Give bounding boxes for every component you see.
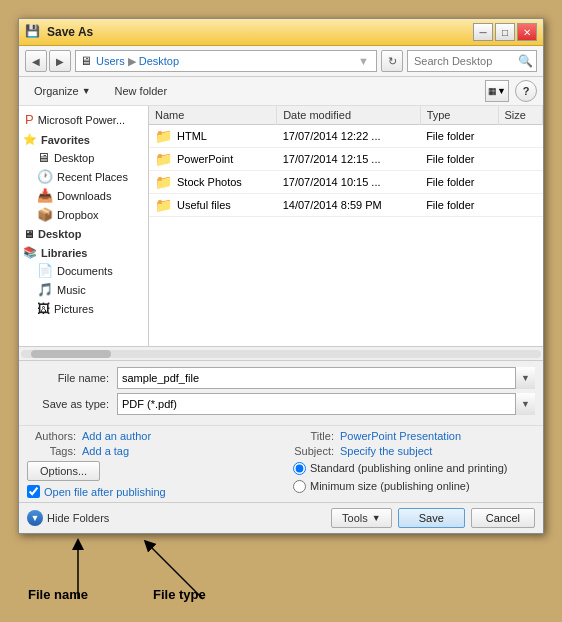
column-header-type[interactable]: Type: [420, 106, 498, 125]
column-header-date[interactable]: Date modified: [277, 106, 420, 125]
breadcrumb-desktop[interactable]: Desktop: [139, 55, 179, 67]
refresh-button[interactable]: ↻: [381, 50, 403, 72]
breadcrumb-users[interactable]: Users: [96, 55, 125, 67]
minimize-button[interactable]: ─: [473, 23, 493, 41]
organize-label: Organize: [34, 85, 79, 97]
file-name-label: File name:: [27, 372, 117, 384]
minimum-radio[interactable]: [293, 480, 306, 493]
open-after-text: Open file after publishing: [44, 486, 166, 498]
sidebar-section-favorites[interactable]: ⭐ Favorites: [19, 129, 148, 148]
table-row[interactable]: 📁Useful files 14/07/2014 8:59 PM File fo…: [149, 194, 543, 217]
help-button[interactable]: ?: [515, 80, 537, 102]
save-as-type-select[interactable]: PDF (*.pdf): [117, 393, 535, 415]
horizontal-scrollbar[interactable]: [19, 346, 543, 360]
save-button[interactable]: Save: [398, 508, 465, 528]
sidebar-item-dropbox[interactable]: 📦 Dropbox: [19, 205, 148, 224]
sidebar-item-label: Dropbox: [57, 209, 99, 221]
file-type-cell: File folder: [420, 194, 498, 217]
breadcrumb: 🖥 Users ▶ Desktop ▼: [75, 50, 377, 72]
file-date-cell: 17/07/2014 12:15 ...: [277, 148, 420, 171]
annotation-file-name: File name: [28, 587, 88, 602]
sidebar-item-desktop[interactable]: 🖥 Desktop: [19, 148, 148, 167]
meta-right: Title: PowerPoint Presentation Subject: …: [277, 430, 535, 498]
file-table: Name Date modified Type Size 📁HTML 17/07…: [149, 106, 543, 217]
sidebar-item-label: Music: [57, 284, 86, 296]
tools-button[interactable]: Tools ▼: [331, 508, 392, 528]
pictures-icon: 🖼: [37, 301, 50, 316]
authors-input[interactable]: Add an author: [82, 430, 151, 442]
authors-label: Authors:: [27, 430, 82, 442]
music-icon: 🎵: [37, 282, 53, 297]
open-after-label[interactable]: Open file after publishing: [27, 485, 277, 498]
sidebar-item-pictures[interactable]: 🖼 Pictures: [19, 299, 148, 318]
file-name-input[interactable]: [117, 367, 535, 389]
column-header-name[interactable]: Name: [149, 106, 277, 125]
file-name-cell: HTML: [177, 130, 207, 142]
sidebar-item-documents[interactable]: 📄 Documents: [19, 261, 148, 280]
options-row: Options...: [27, 461, 277, 481]
minimum-option[interactable]: Minimum size (publishing online): [293, 479, 535, 493]
file-size-cell: [498, 194, 542, 217]
forward-button[interactable]: ▶: [49, 50, 71, 72]
sidebar-section-libraries[interactable]: 📚 Libraries: [19, 242, 148, 261]
view-icon: ▦▼: [488, 86, 506, 96]
open-after-checkbox[interactable]: [27, 485, 40, 498]
maximize-button[interactable]: □: [495, 23, 515, 41]
subject-meta-value[interactable]: Specify the subject: [340, 445, 432, 457]
options-button[interactable]: Options...: [27, 461, 100, 481]
standard-radio[interactable]: [293, 462, 306, 475]
tags-input[interactable]: Add a tag: [82, 445, 129, 457]
title-meta-value[interactable]: PowerPoint Presentation: [340, 430, 461, 442]
file-name-row: File name: ▼: [27, 367, 535, 389]
new-folder-button[interactable]: New folder: [106, 81, 177, 101]
scroll-thumb[interactable]: [31, 350, 111, 358]
title-bar: 💾 Save As ─ □ ✕: [19, 19, 543, 46]
column-header-size[interactable]: Size: [498, 106, 542, 125]
desktop2-icon: 🖥: [23, 228, 34, 240]
open-after-row: Open file after publishing: [27, 485, 277, 498]
ppt-icon: P: [25, 112, 34, 127]
table-row[interactable]: 📁PowerPoint 17/07/2014 12:15 ... File fo…: [149, 148, 543, 171]
toolbar: Organize ▼ New folder ▦▼ ?: [19, 77, 543, 106]
sidebar-item-label: Recent Places: [57, 171, 128, 183]
dialog-title: Save As: [47, 25, 93, 39]
title-bar-left: 💾 Save As: [25, 24, 93, 40]
sidebar-item-label: Pictures: [54, 303, 94, 315]
search-icon[interactable]: 🔍: [518, 54, 533, 68]
organize-button[interactable]: Organize ▼: [25, 81, 100, 101]
publish-options: Standard (publishing online and printing…: [285, 461, 535, 494]
file-form-area: File name: ▼ Save as type: PDF (*.pdf) ▼: [19, 360, 543, 425]
file-date-cell: 14/07/2014 8:59 PM: [277, 194, 420, 217]
file-size-cell: [498, 171, 542, 194]
table-row[interactable]: 📁HTML 17/07/2014 12:22 ... File folder: [149, 125, 543, 148]
table-row[interactable]: 📁Stock Photos 17/07/2014 10:15 ... File …: [149, 171, 543, 194]
sidebar-item-microsoft-power[interactable]: P Microsoft Power...: [19, 110, 148, 129]
left-panel: P Microsoft Power... ⭐ Favorites 🖥 Deskt…: [19, 106, 149, 346]
nav-arrows: ◀ ▶: [25, 50, 71, 72]
file-name-input-wrapper: ▼: [117, 367, 535, 389]
dropbox-icon: 📦: [37, 207, 53, 222]
subject-meta-label: Subject:: [285, 445, 340, 457]
sidebar-item-recent-places[interactable]: 🕐 Recent Places: [19, 167, 148, 186]
sidebar-item-desktop2[interactable]: 🖥 Desktop: [19, 224, 148, 242]
back-button[interactable]: ◀: [25, 50, 47, 72]
new-folder-label: New folder: [115, 85, 168, 97]
annotation-arrows: [18, 534, 544, 604]
meta-left: Authors: Add an author Tags: Add a tag O…: [27, 430, 277, 498]
minimum-label: Minimum size (publishing online): [310, 479, 470, 493]
sidebar-item-downloads[interactable]: 📥 Downloads: [19, 186, 148, 205]
save-as-type-row: Save as type: PDF (*.pdf) ▼: [27, 393, 535, 415]
close-button[interactable]: ✕: [517, 23, 537, 41]
cancel-button[interactable]: Cancel: [471, 508, 535, 528]
main-area: P Microsoft Power... ⭐ Favorites 🖥 Deskt…: [19, 106, 543, 346]
libraries-icon: 📚: [23, 246, 37, 259]
metadata-area: Authors: Add an author Tags: Add a tag O…: [19, 425, 543, 502]
sidebar-item-music[interactable]: 🎵 Music: [19, 280, 148, 299]
file-size-cell: [498, 125, 542, 148]
standard-option[interactable]: Standard (publishing online and printing…: [293, 461, 535, 475]
folder-icon: 📁: [155, 174, 172, 190]
dialog-icon: 💾: [25, 24, 41, 40]
file-list-area: Name Date modified Type Size 📁HTML 17/07…: [149, 106, 543, 346]
hide-folders-button[interactable]: ▼ Hide Folders: [27, 510, 109, 526]
view-button[interactable]: ▦▼: [485, 80, 509, 102]
